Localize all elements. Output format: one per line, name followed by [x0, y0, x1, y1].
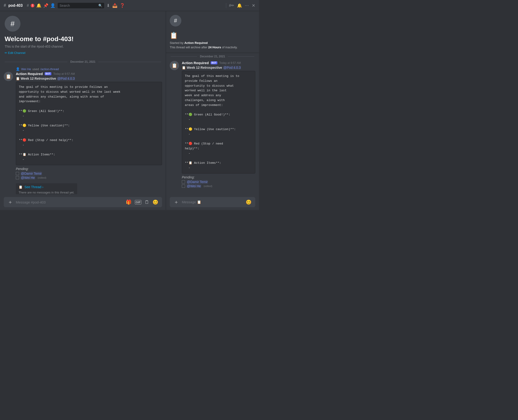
right-panel-top-controls: #✏ 🔔 ··· ✕ [226, 3, 255, 8]
right-author-name: Action Required [182, 61, 209, 65]
thread-area: 📋 See Thread › There are no messages in … [16, 183, 77, 194]
right-title-emoji: 📋 [182, 66, 187, 69]
right-message-input-inner: ＋ Message 📋 😊 [170, 197, 255, 207]
used-command-line: 👤 Wei He used /action-thread [4, 66, 162, 72]
search-icon: 🔍 [98, 4, 102, 8]
threads-icon[interactable]: # [27, 3, 29, 8]
download-icon[interactable]: ⬇ [107, 3, 110, 8]
left-message-input-inner: ＋ Message #pod-403 🎁 GIF 🗒 😊 [4, 197, 162, 207]
pending-section: Pending: @Damir Temir @Wei He (edited) [16, 167, 162, 180]
welcome-subtitle: This is the start of the #pod-403 channe… [5, 45, 161, 48]
top-header: # pod-403 # 1 🔔 📌 👤 Search 🔍 ⬇ 📥 ❓ #✏ 🔔 … [0, 0, 259, 11]
right-bot-badge: BOT [211, 61, 217, 64]
pending-checkbox-2[interactable] [16, 176, 19, 179]
message-row: 📋 Action Required BOT Today at 9:57 AM 📋… [4, 72, 162, 194]
right-title-bold: Week 12 Retrospective [187, 66, 222, 69]
right-pending-user-2[interactable]: @Wei He [186, 184, 201, 188]
help-icon[interactable]: ❓ [120, 3, 125, 8]
used-text: used [32, 67, 39, 71]
left-add-attachment-icon[interactable]: ＋ [8, 199, 13, 205]
mention-pod[interactable]: @Pod 4.0.3 [57, 77, 75, 80]
right-add-attachment-icon[interactable]: ＋ [173, 199, 179, 205]
welcome-hash-icon: # [10, 20, 15, 28]
code-block: The goal of this meeting is to provide F… [16, 82, 162, 165]
message-content-area: Action Required BOT Today at 9:57 AM 📋 W… [16, 72, 162, 194]
header-left: # pod-403 # 1 🔔 📌 👤 Search 🔍 ⬇ 📥 ❓ [4, 3, 223, 8]
right-bot-avatar: 📋 [170, 61, 179, 70]
right-title-line: 📋 Week 12 Retrospective @Pod 4.0.3 [182, 66, 255, 69]
welcome-title: Welcome to #pod-403! [5, 35, 161, 43]
right-pending-item-1: @Damir Temir [182, 180, 255, 184]
thread-btn-emoji: 📋 [19, 185, 23, 189]
command-user-link[interactable]: Wei He [21, 67, 31, 71]
thread-hash-icon: # [174, 17, 177, 24]
channel-name-header: pod-403 [8, 3, 23, 8]
thread-no-messages: There are no messages in this thread yet… [19, 191, 74, 194]
left-message-input[interactable]: Message #pod-403 [16, 200, 123, 204]
thread-archive-hours: 24 Hours [208, 45, 221, 49]
left-input-icons: 🎁 GIF 🗒 😊 [126, 199, 158, 205]
left-gif-icon[interactable]: GIF [135, 200, 141, 204]
author-name: Action Required [16, 72, 43, 76]
thread-started-name: Action Required [184, 41, 208, 45]
title-bold: Week 12 Retrospective [21, 77, 56, 80]
thread-btn-label: See Thread › [24, 185, 43, 189]
notification-badge: 1 [31, 4, 34, 8]
right-input-note-emoji: 📋 [197, 200, 201, 204]
members-icon[interactable]: 👤 [50, 3, 55, 8]
right-message-input-area: ＋ Message 📋 😊 [166, 194, 259, 210]
pending-checkbox-1[interactable] [16, 172, 19, 175]
right-bell-icon[interactable]: 🔔 [237, 3, 242, 8]
pending-user-2[interactable]: @Wei He [20, 176, 35, 180]
command-link[interactable]: /action-thread [40, 67, 59, 71]
right-pending-checkbox-2[interactable] [182, 184, 185, 188]
right-message-row: 📋 Action Required BOT Today at 9:57 AM 📋… [170, 61, 255, 190]
pending-item-2: @Wei He (edited) [16, 176, 162, 180]
pending-item-1: @Damir Temir [16, 172, 162, 175]
left-message-input-area: ＋ Message #pod-403 🎁 GIF 🗒 😊 [0, 194, 166, 210]
right-code-block: The goal of this meeting is to provide F… [182, 71, 255, 173]
left-gift-icon[interactable]: 🎁 [126, 199, 131, 205]
right-channel-icon[interactable]: #✏ [229, 3, 234, 8]
edited-badge: (edited) [38, 176, 46, 179]
thread-started-by: Started by Action Required [170, 41, 255, 45]
right-message-header: Action Required BOT Today at 9:57 AM [182, 61, 255, 65]
right-messages: 📋 Action Required BOT Today at 9:57 AM 📋… [166, 60, 259, 194]
message-title-line: 📋 Week 12 Retrospective @Pod 4.0.3 [16, 77, 162, 80]
left-panel-scroll: # Welcome to #pod-403! This is the start… [0, 11, 166, 194]
search-bar[interactable]: Search 🔍 [58, 3, 104, 8]
see-thread-button[interactable]: 📋 See Thread › [19, 185, 74, 189]
left-sticker-icon[interactable]: 🗒 [145, 200, 149, 205]
right-close-icon[interactable]: ✕ [252, 3, 255, 8]
right-pending-checkbox-1[interactable] [182, 180, 185, 184]
right-message-group: 📋 Action Required BOT Today at 9:57 AM 📋… [166, 60, 259, 191]
inbox-icon[interactable]: 📥 [112, 3, 117, 8]
right-pending-user-1[interactable]: @Damir Temir [186, 180, 208, 184]
date-divider-right: December 21, 2021 [166, 53, 259, 60]
right-pending-item-2: @Wei He (edited) [182, 184, 255, 188]
message-timestamp: Today at 9:57 AM [53, 72, 75, 75]
right-emoji-icon[interactable]: 😊 [246, 199, 252, 205]
right-panel: # 📋 Started by Action Required This thre… [166, 11, 259, 210]
channel-welcome: # Welcome to #pod-403! This is the start… [0, 11, 166, 58]
right-message-input[interactable]: Message 📋 [182, 200, 243, 204]
right-more-icon[interactable]: ··· [245, 3, 249, 8]
pending-label: Pending: [16, 167, 162, 171]
right-timestamp: Today at 9:57 AM [219, 61, 241, 65]
left-emoji-icon[interactable]: 😊 [153, 199, 158, 205]
title-emoji: 📋 [16, 77, 21, 80]
right-message-content: Action Required BOT Today at 9:57 AM 📋 W… [182, 61, 255, 190]
pending-user-1[interactable]: @Damir Temir [20, 172, 42, 175]
right-pending-label: Pending: [182, 175, 255, 179]
thread-info: # 📋 Started by Action Required This thre… [166, 11, 259, 53]
right-mention-pod[interactable]: @Pod 4.0.3 [223, 66, 241, 69]
bell-icon[interactable]: 🔔 [36, 3, 41, 8]
avatar-small-icon: 👤 [16, 67, 20, 71]
channel-hash-icon: # [4, 3, 6, 8]
thread-channel-icon: # [170, 15, 181, 26]
pin-icon[interactable]: 📌 [43, 3, 48, 8]
edit-channel-button[interactable]: ✏ Edit Channel [5, 51, 161, 55]
thread-note-icon: 📋 [170, 32, 255, 39]
bot-badge: BOT [45, 72, 51, 75]
main-area: # Welcome to #pod-403! This is the start… [0, 11, 259, 210]
